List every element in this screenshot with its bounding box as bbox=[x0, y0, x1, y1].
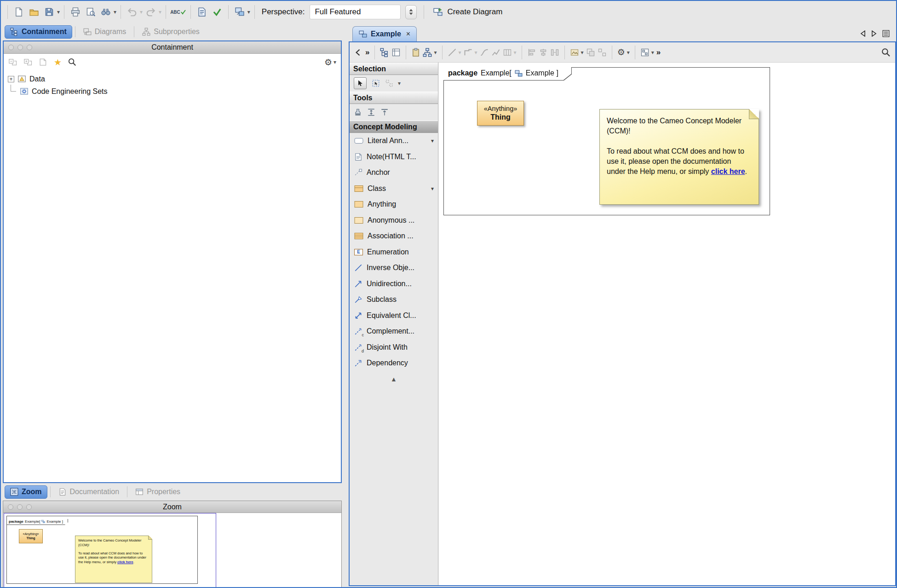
chevron-down-icon[interactable]: ▾ bbox=[459, 49, 461, 56]
chevron-down-icon[interactable]: ▾ bbox=[431, 138, 434, 144]
collapse-all-icon[interactable] bbox=[8, 58, 17, 67]
back-icon[interactable] bbox=[354, 48, 363, 57]
diagram-canvas[interactable]: package Example[ Example ] «Anything» Th… bbox=[439, 63, 895, 585]
welcome-note[interactable]: Welcome to the Cameo Concept Modeler (CC… bbox=[599, 109, 759, 205]
perspective-stepper[interactable] bbox=[405, 5, 417, 19]
tab-diagrams[interactable]: Diagrams bbox=[78, 25, 131, 39]
paste-icon[interactable] bbox=[411, 48, 420, 57]
palette-item-note-html[interactable]: Note(HTML T... bbox=[350, 149, 438, 165]
chevron-down-icon[interactable]: ▾ bbox=[398, 80, 401, 86]
align-center-icon[interactable] bbox=[539, 48, 548, 57]
print-button[interactable] bbox=[69, 4, 82, 20]
palette-item-inverse-object-property[interactable]: Inverse Obje... bbox=[350, 260, 438, 276]
tab-zoom[interactable]: Zoom bbox=[5, 485, 47, 499]
marquee-select-icon[interactable] bbox=[372, 79, 380, 87]
palette-item-literal-annotation[interactable]: Literal Ann... ▾ bbox=[350, 133, 438, 149]
palette-item-enumeration[interactable]: E Enumeration bbox=[350, 244, 438, 260]
more-buttons-icon[interactable]: » bbox=[365, 48, 369, 56]
validate-button[interactable] bbox=[195, 4, 209, 20]
gear-icon[interactable]: ⚙ bbox=[324, 58, 332, 67]
next-tab-icon[interactable] bbox=[871, 30, 877, 37]
chevron-down-icon[interactable]: ▾ bbox=[57, 9, 60, 15]
open-file-button[interactable] bbox=[27, 4, 41, 20]
open-in-new-tree-icon[interactable] bbox=[39, 58, 48, 67]
tab-example-diagram[interactable]: Example × bbox=[352, 26, 417, 41]
swimlane-icon[interactable] bbox=[503, 48, 512, 57]
print-preview-button[interactable] bbox=[84, 4, 98, 20]
tab-containment[interactable]: Containment bbox=[5, 25, 72, 39]
close-tab-icon[interactable]: × bbox=[406, 30, 410, 38]
chevron-down-icon[interactable]: ▾ bbox=[431, 185, 434, 192]
gear-icon[interactable]: ⚙ bbox=[617, 48, 625, 57]
tree-row-data[interactable]: + Data bbox=[4, 73, 341, 85]
window-control-dots[interactable] bbox=[8, 504, 32, 510]
find-button[interactable] bbox=[99, 4, 113, 20]
recent-diagram-button[interactable] bbox=[233, 4, 247, 20]
rectilinear-path-icon[interactable] bbox=[464, 48, 473, 57]
chevron-down-icon[interactable]: ▾ bbox=[434, 49, 437, 56]
palette-item-subclass[interactable]: Subclass bbox=[350, 292, 438, 308]
palette-item-anything[interactable]: Anything bbox=[350, 196, 438, 213]
curved-path-icon[interactable] bbox=[480, 48, 489, 57]
expand-all-icon[interactable] bbox=[23, 58, 33, 67]
expand-icon[interactable]: + bbox=[8, 76, 14, 82]
palette-item-class[interactable]: Class ▾ bbox=[350, 181, 438, 197]
tab-list-icon[interactable] bbox=[882, 30, 890, 37]
chevron-down-icon[interactable]: ▾ bbox=[114, 9, 116, 15]
lasso-select-icon[interactable] bbox=[385, 79, 393, 87]
palette-item-equivalent-class[interactable]: Equivalent Cl... bbox=[350, 308, 438, 324]
close-dot-icon[interactable] bbox=[8, 45, 14, 50]
palette-item-disjoint-with[interactable]: d Disjoint With bbox=[350, 340, 438, 356]
chevron-down-icon[interactable]: ▾ bbox=[514, 49, 517, 56]
palette-item-dependency[interactable]: Dependency bbox=[350, 355, 438, 371]
chevron-down-icon[interactable]: ▾ bbox=[475, 49, 477, 56]
maximize-dot-icon[interactable] bbox=[27, 45, 32, 50]
ungroup-icon[interactable] bbox=[598, 48, 607, 57]
click-here-link[interactable]: click here bbox=[711, 167, 745, 175]
chevron-down-icon[interactable]: ▾ bbox=[247, 9, 250, 15]
chevron-down-icon[interactable]: ▾ bbox=[581, 49, 584, 56]
chevron-down-icon[interactable]: ▾ bbox=[140, 9, 143, 15]
close-dot-icon[interactable] bbox=[8, 504, 13, 510]
minimize-dot-icon[interactable] bbox=[17, 504, 23, 510]
palette-item-unidirectional[interactable]: Unidirection... bbox=[350, 276, 438, 292]
previous-tab-icon[interactable] bbox=[860, 30, 866, 37]
window-control-dots[interactable] bbox=[8, 45, 32, 50]
chevron-down-icon[interactable]: ▾ bbox=[334, 59, 336, 65]
distribute-vertical-icon[interactable] bbox=[367, 108, 375, 116]
favorites-star-icon[interactable]: ★ bbox=[54, 58, 62, 67]
palette-header-selection[interactable]: Selection bbox=[350, 63, 438, 75]
group-icon[interactable] bbox=[586, 48, 595, 57]
zigzag-path-icon[interactable] bbox=[491, 48, 500, 57]
tree-row-code-engineering-sets[interactable]: Code Engineering Sets bbox=[4, 85, 341, 98]
thing-class-box[interactable]: «Anything» Thing bbox=[477, 101, 524, 126]
straight-path-icon[interactable] bbox=[448, 48, 457, 57]
palette-item-anchor[interactable]: Anchor bbox=[350, 165, 438, 181]
align-left-icon[interactable] bbox=[527, 48, 536, 57]
package-frame[interactable]: package Example[ Example ] «Anything» Th… bbox=[443, 67, 770, 215]
undo-button[interactable] bbox=[125, 4, 139, 20]
perspective-combobox[interactable]: Full Featured bbox=[310, 5, 401, 19]
search-icon[interactable] bbox=[68, 58, 77, 67]
zoom-preview[interactable]: package Example[ Example ] «Anything» Th… bbox=[3, 513, 341, 587]
chevron-down-icon[interactable]: ▾ bbox=[627, 49, 630, 56]
palette-item-association-class[interactable]: Association ... bbox=[350, 228, 438, 244]
chevron-down-icon[interactable]: ▾ bbox=[651, 49, 654, 56]
chevron-down-icon[interactable]: ▾ bbox=[159, 9, 161, 15]
image-shape-icon[interactable] bbox=[570, 48, 579, 57]
minimize-dot-icon[interactable] bbox=[17, 45, 23, 50]
spell-check-button[interactable]: ABC bbox=[170, 4, 186, 20]
save-button[interactable] bbox=[42, 4, 56, 20]
align-top-icon[interactable] bbox=[380, 108, 389, 116]
palette-header-tools[interactable]: Tools bbox=[350, 92, 438, 104]
tab-properties[interactable]: Properties bbox=[130, 485, 185, 499]
diagram-properties-icon[interactable] bbox=[391, 48, 401, 57]
redo-button[interactable] bbox=[144, 4, 158, 20]
hierarchy-icon[interactable] bbox=[423, 48, 432, 57]
zoom-viewport-rect[interactable] bbox=[4, 513, 216, 587]
create-diagram-button[interactable]: Create Diagram bbox=[433, 7, 502, 17]
more-buttons-icon[interactable]: » bbox=[656, 48, 661, 56]
distribute-icon[interactable] bbox=[550, 48, 559, 57]
palette-scroll-up[interactable]: ▲ bbox=[350, 371, 438, 383]
stamp-tool-icon[interactable] bbox=[354, 108, 362, 116]
